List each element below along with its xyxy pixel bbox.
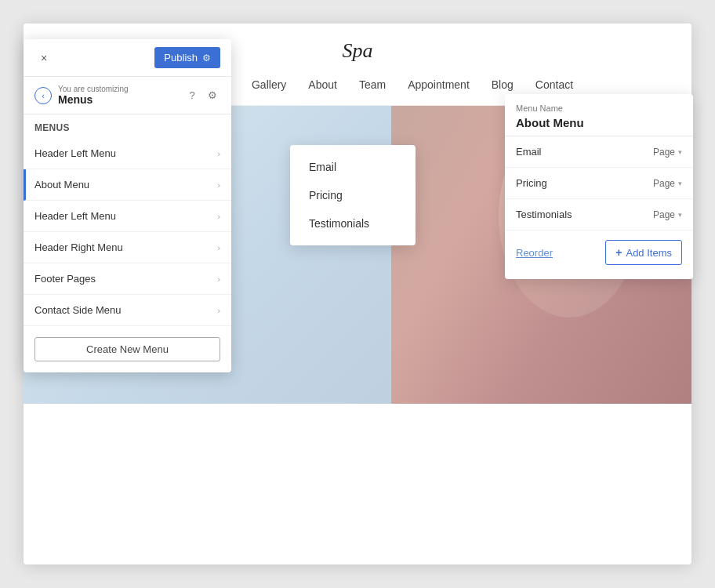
plus-icon: + <box>615 246 622 259</box>
customizer-breadcrumb: ‹ You are customizing Menus ? ⚙ <box>24 77 231 114</box>
item-type-email: Page ▾ <box>653 147 682 158</box>
chevron-down-icon: ▾ <box>678 211 682 219</box>
item-name-email: Email <box>516 146 542 158</box>
menu-item-label: Contact Side Menu <box>34 304 122 316</box>
menu-item-about[interactable]: About Menu › <box>24 169 231 201</box>
nav-team[interactable]: Team <box>359 78 386 91</box>
add-items-button[interactable]: + Add Items <box>605 240 682 265</box>
menu-editor-panel: Menu Name About Menu Email Page ▾ Pricin… <box>505 94 693 279</box>
menu-name-label: Menu Name <box>516 103 682 113</box>
chevron-down-icon: ▾ <box>678 180 682 187</box>
nav-blog[interactable]: Blog <box>492 78 514 91</box>
chevron-right-icon: › <box>217 306 220 315</box>
help-icon[interactable]: ? <box>184 88 200 103</box>
menu-item-header-left-2[interactable]: Header Left Menu › <box>24 201 231 232</box>
customizing-label: You are customizing <box>58 85 178 93</box>
dropdown-item-pricing[interactable]: Pricing <box>290 181 416 209</box>
nav-contact[interactable]: Contact <box>535 78 573 91</box>
customizer-panel: × Publish ⚙ ‹ You are customizing Menus … <box>24 39 231 372</box>
menu-item-header-left-1[interactable]: Header Left Menu › <box>24 138 231 169</box>
close-button[interactable]: × <box>34 49 53 67</box>
item-type-testimonials: Page ▾ <box>653 209 682 220</box>
chevron-right-icon: › <box>217 274 220 284</box>
menu-item-label: Header Left Menu <box>34 147 116 159</box>
create-menu-button[interactable]: Create New Menu <box>34 337 220 361</box>
menus-section-header: Menus <box>24 114 231 138</box>
menu-item-label: About Menu <box>34 179 89 191</box>
nav-gallery[interactable]: Gallery <box>252 78 286 91</box>
item-name-pricing: Pricing <box>516 177 547 189</box>
menu-item-label: Header Left Menu <box>34 210 116 222</box>
customizer-footer: Create New Menu <box>24 326 231 372</box>
item-type-pricing: Page ▾ <box>653 178 682 189</box>
chevron-down-icon: ▾ <box>678 148 682 156</box>
chevron-right-icon: › <box>217 243 220 252</box>
menu-name-value: About Menu <box>516 116 682 129</box>
publish-gear-icon: ⚙ <box>202 53 211 64</box>
menu-editor-footer: Reorder + Add Items <box>505 230 693 268</box>
menu-item-label: Footer Pages <box>34 273 96 285</box>
customizing-title: Menus <box>58 93 178 106</box>
add-items-label: Add Items <box>626 247 672 259</box>
nav-appointment[interactable]: Appointment <box>408 78 470 91</box>
customizing-info: You are customizing Menus <box>58 85 178 106</box>
settings-icon[interactable]: ⚙ <box>205 88 220 103</box>
menu-editor-item-email: Email Page ▾ <box>505 136 693 168</box>
back-button[interactable]: ‹ <box>34 87 52 104</box>
chevron-right-icon: › <box>217 180 220 190</box>
chevron-right-icon: › <box>217 212 220 221</box>
menu-list: Header Left Menu › About Menu › Header L… <box>24 138 231 326</box>
menu-editor-header: Menu Name About Menu <box>505 94 693 136</box>
menu-item-label: Header Right Menu <box>34 241 123 253</box>
item-name-testimonials: Testimonials <box>516 209 572 220</box>
nav-about[interactable]: About <box>308 78 337 91</box>
menu-item-contact-side[interactable]: Contact Side Menu › <box>24 295 231 326</box>
about-dropdown: Email Pricing Testimonials <box>290 145 416 245</box>
publish-button[interactable]: Publish ⚙ <box>154 47 220 68</box>
menu-editor-items: Email Page ▾ Pricing Page ▾ Testimonials… <box>505 136 693 230</box>
reorder-link[interactable]: Reorder <box>516 247 553 259</box>
menu-editor-item-pricing: Pricing Page ▾ <box>505 168 693 199</box>
dropdown-item-testimonials[interactable]: Testimonials <box>290 209 416 238</box>
customizer-topbar: × Publish ⚙ <box>24 39 231 77</box>
menu-editor-item-testimonials: Testimonials Page ▾ <box>505 199 693 230</box>
publish-label: Publish <box>164 52 198 64</box>
breadcrumb-icons: ? ⚙ <box>184 88 220 103</box>
dropdown-item-email[interactable]: Email <box>290 153 416 181</box>
chevron-right-icon: › <box>217 149 220 158</box>
menu-item-footer-pages[interactable]: Footer Pages › <box>24 263 231 295</box>
menu-item-header-right[interactable]: Header Right Menu › <box>24 232 231 263</box>
